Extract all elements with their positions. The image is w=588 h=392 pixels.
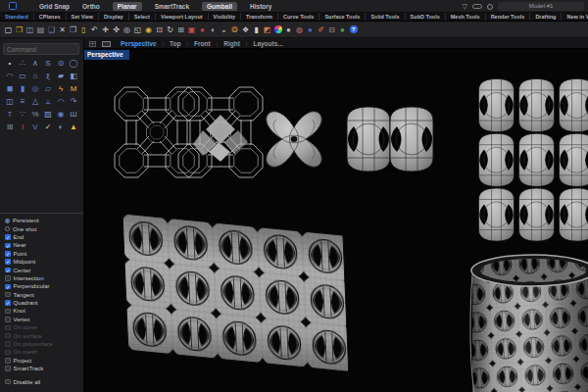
whatis-icon[interactable]: ●: [337, 24, 348, 35]
rebuild-tool[interactable]: ↷: [68, 95, 80, 108]
save-icon[interactable]: ◫: [24, 24, 35, 35]
osnap-row-midpoint[interactable]: ✓Midpoint: [5, 258, 83, 266]
cone-tool[interactable]: ▲: [68, 121, 80, 133]
checkbox-point[interactable]: ✓: [5, 251, 11, 257]
flag-tool[interactable]: V: [29, 121, 42, 133]
zoom-extents-icon[interactable]: ⊡: [154, 24, 165, 35]
tab-display[interactable]: Display: [99, 13, 129, 21]
color-wheel-icon[interactable]: [274, 25, 282, 33]
open-folder-icon[interactable]: ❒: [14, 24, 24, 35]
checkbox-smarttrack[interactable]: [5, 366, 11, 371]
tab-subd-tools[interactable]: SubD Tools: [406, 13, 446, 21]
osnap-row-on-surface[interactable]: On surface: [5, 331, 83, 339]
pan-icon[interactable]: ✛: [100, 24, 111, 35]
osnap-row-near[interactable]: ✓Near: [5, 241, 83, 249]
record-circle-icon[interactable]: [487, 4, 493, 10]
tab-drafting[interactable]: Drafting: [530, 13, 562, 21]
checkbox-tangent[interactable]: [5, 292, 11, 298]
checkbox-intersection[interactable]: [5, 275, 11, 281]
undo-icon[interactable]: ↶: [89, 24, 100, 35]
osnap-row-end[interactable]: ✓End: [5, 233, 83, 241]
tab-solid-tools[interactable]: Solid Tools: [366, 13, 405, 21]
mesh-m-tool[interactable]: M: [68, 82, 80, 95]
tab-standard[interactable]: Standard: [0, 13, 34, 21]
tab-set-view[interactable]: Set View: [67, 13, 100, 21]
polygon-tool[interactable]: ⌂: [29, 70, 42, 82]
viewport-tab-front[interactable]: Front: [188, 40, 217, 47]
named-view-icon[interactable]: ▣: [186, 24, 197, 35]
box-tool[interactable]: ◼: [4, 82, 17, 95]
viewport-canvas[interactable]: [84, 49, 588, 392]
render-preview-icon[interactable]: ❂: [229, 24, 240, 35]
osnap-row-one-shot[interactable]: One shot: [5, 224, 83, 232]
radio-one-shot[interactable]: [5, 226, 10, 231]
viewport-tab-right[interactable]: Right: [218, 40, 246, 47]
patch-tool[interactable]: ◧: [68, 70, 80, 82]
osnap-row-quadrant[interactable]: ✓Quadrant: [5, 299, 83, 307]
osnap-row-tangent[interactable]: Tangent: [5, 291, 83, 299]
tab-render-tools[interactable]: Render Tools: [486, 13, 531, 21]
new-file-icon[interactable]: ▢: [3, 24, 14, 35]
osnap-row-perpendicular[interactable]: ✓Perpendicular: [5, 282, 83, 290]
osnap-row-smarttrack[interactable]: SmartTrack: [5, 365, 83, 372]
array-tool[interactable]: ⊞: [4, 121, 17, 133]
checkbox-quadrant[interactable]: ✓: [5, 300, 11, 306]
point-cloud-tool[interactable]: ∵: [17, 108, 29, 121]
show-icon[interactable]: ◐: [208, 24, 219, 35]
tab-surface-tools[interactable]: Surface Tools: [319, 13, 366, 21]
loft-tool[interactable]: ≡: [17, 95, 29, 108]
checkbox-perpendicular[interactable]: ✓: [5, 284, 11, 290]
osnap-row-center[interactable]: ✓Center: [5, 266, 83, 273]
hide-icon[interactable]: ●: [197, 24, 208, 35]
scale-tool[interactable]: %: [29, 108, 42, 121]
text-tool[interactable]: T: [4, 108, 17, 121]
checkbox-midpoint[interactable]: ✓: [5, 259, 11, 265]
move-icon[interactable]: ✜: [111, 24, 122, 35]
copy-icon[interactable]: ❐: [68, 24, 78, 35]
arc-tool[interactable]: ◠: [4, 70, 17, 82]
checkbox-disable-all[interactable]: [5, 379, 11, 385]
osnap-row-on-polysurface[interactable]: On polysurface: [5, 340, 83, 348]
zoom-icon[interactable]: ◎: [122, 24, 132, 35]
tab-select[interactable]: Select: [129, 13, 156, 21]
checkbox-near[interactable]: ✓: [5, 243, 11, 249]
osnap-row-vertex[interactable]: Vertex: [5, 316, 83, 323]
zoom-window-icon[interactable]: ◱: [132, 24, 143, 35]
perspective-viewport[interactable]: Perspective: [84, 49, 588, 392]
osnap-row-point[interactable]: ✓Point: [5, 250, 83, 258]
ellipse-tool[interactable]: ◯: [68, 57, 80, 70]
control-points-tool[interactable]: ∴: [17, 57, 29, 70]
subd-stage-4-double-cell[interactable]: [347, 107, 433, 172]
circle-tool[interactable]: ⊙: [55, 57, 68, 70]
gradient-icon[interactable]: ◩: [262, 24, 272, 35]
toggle-ortho[interactable]: Ortho: [82, 2, 100, 11]
four-viewport-icon[interactable]: ⊞: [175, 24, 186, 35]
capsule-icon[interactable]: [472, 4, 482, 9]
curve-tool[interactable]: S: [42, 57, 55, 70]
dimension-tool[interactable]: I: [17, 121, 29, 133]
osnap-row-persistent[interactable]: Persistent: [5, 217, 83, 224]
toggle-grid-snap[interactable]: Grid Snap: [39, 2, 70, 11]
checkbox-vertex[interactable]: [5, 317, 11, 322]
tab-viewport-layout[interactable]: Viewport Layout: [156, 13, 209, 21]
fillet-tool[interactable]: ◠: [55, 95, 68, 108]
contour-tool[interactable]: Ш: [68, 108, 80, 121]
viewport-tab-layouts[interactable]: Layouts...: [247, 40, 288, 47]
helix-tool[interactable]: ξ: [42, 70, 55, 82]
polyline-tool[interactable]: ∧: [29, 57, 42, 70]
extract-flash-tool[interactable]: ϟ: [55, 82, 68, 95]
pipe-tool[interactable]: ◫: [4, 95, 17, 108]
print-icon[interactable]: ▤: [35, 24, 46, 35]
tab-new-in-v7[interactable]: New in V7: [562, 13, 588, 21]
cylinder-tool[interactable]: ▮: [17, 82, 29, 95]
four-view-toggle-icon[interactable]: [89, 41, 96, 47]
command-input[interactable]: [3, 43, 79, 55]
osnap-row-project[interactable]: Project: [5, 357, 83, 365]
lock-icon[interactable]: ▮: [251, 24, 262, 35]
toggle-gumball[interactable]: Gumball: [202, 2, 237, 11]
torus-tool[interactable]: ◎: [29, 82, 42, 95]
tab-mesh-tools[interactable]: Mesh Tools: [446, 13, 486, 21]
flat-lattice-panel[interactable]: [122, 214, 349, 371]
tab-curve-tools[interactable]: Curve Tools: [278, 13, 319, 21]
pin-icon[interactable]: ❖: [240, 24, 251, 35]
